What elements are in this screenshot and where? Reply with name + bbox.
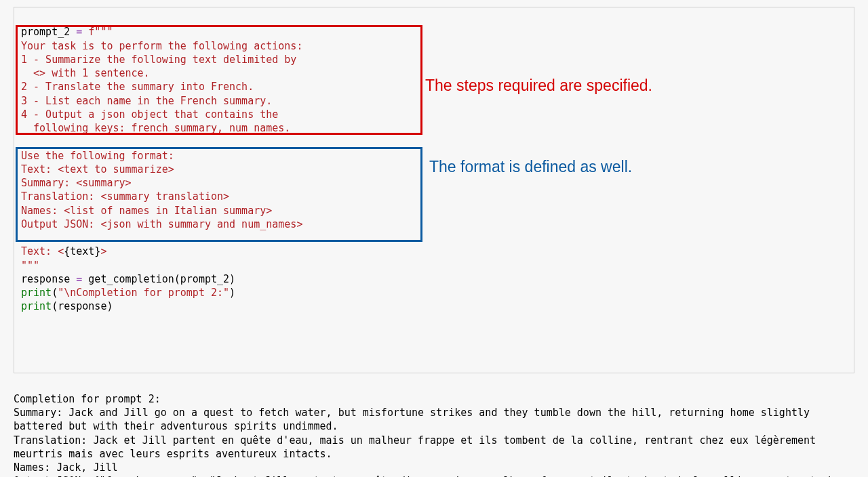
assign-op: = (70, 26, 88, 38)
prompt-line: Summary: <summary> (21, 177, 132, 189)
prompt-line: Text: <text to summarize> (21, 163, 174, 175)
annotation-steps: The steps required are specified. (425, 75, 652, 96)
output-line: Completion for prompt 2: (14, 393, 161, 405)
fstring-close: """ (21, 260, 39, 272)
prompt-line: Names: <list of names in Italian summary… (21, 205, 272, 217)
prompt-line: following keys: french_summary, num_name… (21, 122, 290, 134)
paren: ( (52, 287, 58, 299)
var-name: prompt_2 (21, 26, 70, 38)
paren: ) (229, 287, 235, 299)
prompt-line: <> with 1 sentence. (21, 67, 150, 79)
print-fn: print (21, 300, 52, 312)
text-suffix: > (100, 245, 106, 257)
paren: ) (106, 300, 113, 312)
prompt-line: Use the following format: (21, 150, 174, 162)
paren: ( (52, 300, 58, 312)
text-prefix: Text: < (21, 245, 64, 257)
output-line: Translation: Jack et Jill partent en quê… (14, 434, 822, 460)
arg: response (58, 300, 106, 312)
print-fn: print (21, 287, 52, 299)
prompt-line: Output JSON: <json with summary and num_… (21, 218, 302, 230)
code-cell: prompt_2 = f""" Your task is to perform … (14, 7, 854, 373)
output-cell: Completion for prompt 2: Summary: Jack a… (14, 379, 854, 478)
prompt-line: 3 - List each name in the French summary… (21, 95, 272, 107)
string-arg: "\nCompletion for prompt 2:" (58, 287, 229, 299)
prompt-line: 1 - Summarize the following text delimit… (21, 54, 302, 66)
text-interp: {text} (64, 245, 100, 257)
prompt-line: Your task is to perform the following ac… (21, 40, 309, 52)
annotation-format: The format is defined as well. (429, 157, 632, 178)
output-line: Names: Jack, Jill (14, 461, 118, 474)
func-call: get_completion(prompt_2) (88, 273, 235, 285)
output-line: Summary: Jack and Jill go on a quest to … (14, 407, 816, 432)
prompt-line: 2 - Translate the summary into French. (21, 81, 254, 93)
fstring-open: f""" (88, 26, 113, 38)
assign-op: = (70, 273, 88, 285)
var-name: response (21, 273, 70, 285)
prompt-line: 4 - Output a json object that contains t… (21, 108, 284, 121)
prompt-line: Translation: <summary translation> (21, 190, 229, 203)
